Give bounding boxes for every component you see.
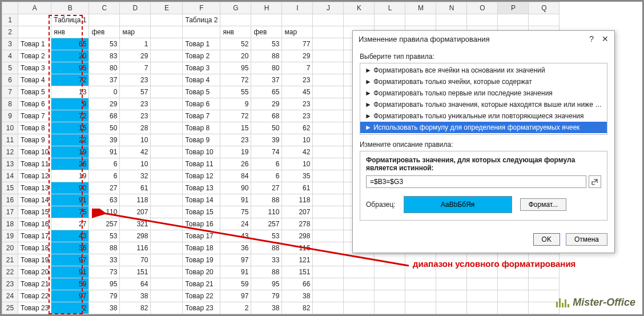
cell[interactable]: [313, 194, 344, 206]
t1-feb[interactable]: 110: [89, 206, 120, 218]
cell[interactable]: [18, 14, 51, 26]
col-header-N[interactable]: N: [436, 2, 467, 14]
t1-feb[interactable]: 257: [89, 218, 120, 230]
t1-mar[interactable]: 23: [120, 98, 151, 110]
cell[interactable]: [405, 290, 436, 302]
t2-name[interactable]: Товар 23: [183, 302, 220, 314]
t2-mar[interactable]: 10: [282, 158, 313, 170]
t1-mar[interactable]: 23: [120, 74, 151, 86]
t1-name[interactable]: Товар 3: [18, 62, 51, 74]
t1-name[interactable]: Товар 6: [18, 98, 51, 110]
t1-name[interactable]: Товар 20: [18, 266, 51, 278]
t1-feb[interactable]: 83: [89, 50, 120, 62]
cell[interactable]: [151, 278, 183, 290]
cell[interactable]: [467, 302, 498, 314]
t2-mar[interactable]: 116: [282, 242, 313, 254]
cell[interactable]: [313, 278, 344, 290]
cell[interactable]: [151, 146, 183, 158]
cell[interactable]: [375, 278, 405, 290]
t2-name[interactable]: Товар 15: [183, 206, 220, 218]
cell[interactable]: [344, 290, 375, 302]
cell[interactable]: [498, 278, 529, 290]
rule-type-option[interactable]: ► Форматировать только значения, которые…: [360, 99, 607, 110]
col-header-L[interactable]: L: [375, 2, 405, 14]
cell[interactable]: [151, 170, 183, 182]
cell[interactable]: [151, 182, 183, 194]
cell[interactable]: [313, 170, 344, 182]
row-header[interactable]: 24: [2, 290, 18, 302]
cell[interactable]: [405, 278, 436, 290]
t2-jan[interactable]: 97: [220, 290, 251, 302]
cell[interactable]: [313, 290, 344, 302]
cell[interactable]: [498, 290, 529, 302]
cell[interactable]: [151, 122, 183, 134]
cell[interactable]: [220, 14, 251, 26]
t1-feb[interactable]: 33: [89, 254, 120, 266]
row-header[interactable]: 13: [2, 158, 18, 170]
col-header-K[interactable]: K: [344, 2, 375, 14]
t2-name[interactable]: Товар 7: [183, 110, 220, 122]
t1-jan[interactable]: 19: [51, 146, 89, 158]
t1-mar[interactable]: 61: [120, 182, 151, 194]
t1-name[interactable]: Товар 22: [18, 290, 51, 302]
cell[interactable]: [120, 14, 151, 26]
cell[interactable]: [151, 134, 183, 146]
cell[interactable]: [375, 254, 405, 266]
t2-jan[interactable]: 75: [220, 206, 251, 218]
cell[interactable]: [344, 266, 375, 278]
t2-jan[interactable]: 91: [220, 266, 251, 278]
col-header-A[interactable]: A: [18, 2, 51, 14]
cell[interactable]: [529, 278, 560, 290]
t1-name[interactable]: Товар 1: [18, 38, 51, 50]
t1-mar[interactable]: 321: [120, 218, 151, 230]
rule-type-list[interactable]: ► Форматировать все ячейки на основании …: [360, 63, 607, 135]
t1-hdr-jan[interactable]: янв: [51, 26, 89, 38]
t2-hdr-feb[interactable]: фев: [251, 26, 282, 38]
t2-feb[interactable]: 79: [251, 290, 282, 302]
cell[interactable]: [467, 278, 498, 290]
row-header[interactable]: 25: [2, 302, 18, 314]
rule-type-option[interactable]: ► Форматировать все ячейки на основании …: [360, 65, 607, 76]
t2-mar[interactable]: 38: [282, 290, 313, 302]
cell[interactable]: [405, 302, 436, 314]
cancel-button[interactable]: Отмена: [566, 233, 607, 246]
t1-jan[interactable]: 97: [51, 290, 89, 302]
t2-name[interactable]: Товар 2: [183, 50, 220, 62]
cell[interactable]: [529, 290, 560, 302]
t1-jan[interactable]: 95: [51, 62, 89, 74]
t2-feb[interactable]: 74: [251, 146, 282, 158]
cell[interactable]: [529, 302, 560, 314]
cell[interactable]: [436, 302, 467, 314]
t2-jan[interactable]: 24: [220, 218, 251, 230]
t1-feb[interactable]: 29: [89, 98, 120, 110]
t1-feb[interactable]: 27: [89, 182, 120, 194]
col-header-E[interactable]: E: [151, 2, 183, 14]
t2-mar[interactable]: 121: [282, 254, 313, 266]
cell[interactable]: [436, 278, 467, 290]
t1-feb[interactable]: 79: [89, 290, 120, 302]
cell[interactable]: [183, 26, 220, 38]
col-header-D[interactable]: D: [120, 2, 151, 14]
row-header[interactable]: 7: [2, 86, 18, 98]
t1-name[interactable]: Товар 11: [18, 158, 51, 170]
t2-name[interactable]: Товар 11: [183, 158, 220, 170]
cell[interactable]: [313, 230, 344, 242]
rule-type-option[interactable]: ► Форматировать только уникальные или по…: [360, 110, 607, 122]
row-header[interactable]: 12: [2, 146, 18, 158]
t2-mar[interactable]: 82: [282, 302, 313, 314]
t1-jan[interactable]: 9: [51, 98, 89, 110]
t1-jan[interactable]: 65: [51, 38, 89, 50]
t2-jan[interactable]: 72: [220, 74, 251, 86]
t2-feb[interactable]: 95: [251, 278, 282, 290]
t1-mar[interactable]: 28: [120, 122, 151, 134]
t1-mar[interactable]: 151: [120, 266, 151, 278]
col-header-J[interactable]: J: [313, 2, 344, 14]
t2-feb[interactable]: 65: [251, 86, 282, 98]
cell[interactable]: [313, 74, 344, 86]
t2-feb[interactable]: 53: [251, 230, 282, 242]
row-header[interactable]: 8: [2, 98, 18, 110]
cell[interactable]: [375, 290, 405, 302]
cell[interactable]: [313, 254, 344, 266]
t1-jan[interactable]: 20: [51, 50, 89, 62]
ok-button[interactable]: OK: [533, 233, 560, 246]
